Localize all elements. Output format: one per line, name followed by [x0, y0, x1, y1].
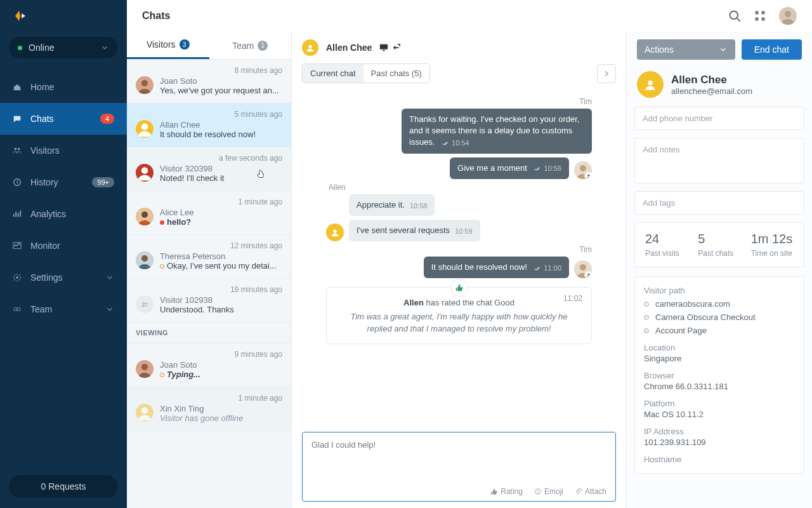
notes-input[interactable]: Add notes — [634, 138, 804, 184]
desktop-icon — [379, 43, 388, 52]
svg-point-30 — [333, 230, 336, 233]
chevron-down-icon — [719, 45, 728, 54]
profile-name: Allen Chee — [671, 74, 752, 86]
visitor-path-item[interactable]: cameraobscura.com — [644, 299, 795, 309]
apps-icon[interactable] — [754, 10, 766, 22]
page-title: Chats — [142, 10, 170, 22]
avatar — [136, 120, 154, 138]
conversation-column: Visitors 3 Team 1 8 minutes ago Joan Sot… — [127, 32, 292, 508]
status-label: Online — [29, 43, 54, 53]
svg-point-24 — [308, 45, 311, 48]
thumbs-up-icon — [450, 279, 468, 297]
rating-button[interactable]: Rating — [490, 487, 523, 496]
svg-point-35 — [537, 490, 538, 491]
analytics-icon — [13, 210, 30, 218]
svg-rect-25 — [380, 44, 388, 50]
message-bubble: It should be resolved now! 11:00 — [424, 257, 569, 278]
chevron-down-icon — [105, 305, 114, 314]
message-bubble: Give me a moment 10:56 — [450, 157, 569, 179]
details-panel: Actions End chat Allen Chee allenchee@em… — [627, 32, 812, 508]
svg-point-33 — [587, 274, 589, 276]
end-chat-button[interactable]: End chat — [742, 39, 802, 60]
next-chat-button[interactable] — [597, 64, 616, 83]
svg-point-15 — [141, 123, 148, 130]
conversation-item[interactable]: 19 minutes ago zz Visitor 102938 Underst… — [127, 279, 291, 323]
conversation-item[interactable]: 1 minute ago Xin Xin Ting Visitor has go… — [127, 387, 291, 431]
nav-settings[interactable]: Settings — [0, 262, 127, 293]
agent-avatar — [574, 161, 592, 179]
nav-team[interactable]: Team — [0, 293, 127, 325]
nav-home[interactable]: Home — [0, 71, 127, 103]
avatar — [136, 76, 154, 94]
requests-button[interactable]: 0 Requests — [9, 475, 118, 498]
rating-box: 11:02 Allen has rated the chat Good Tim … — [326, 287, 592, 344]
svg-point-34 — [535, 489, 540, 495]
chat-panel: Allen Chee Current chat Past chats (5) T… — [292, 32, 627, 508]
avatar — [136, 360, 154, 378]
conversation-item[interactable]: 8 minutes ago Joan Soto Yes, we've got y… — [127, 60, 291, 104]
nav-visitors[interactable]: Visitors — [0, 135, 127, 166]
conversation-item[interactable]: 12 minutes ago Theresa Peterson Okay, I'… — [127, 235, 291, 279]
svg-rect-11 — [762, 18, 765, 21]
svg-point-1 — [18, 148, 20, 150]
svg-point-4 — [16, 276, 18, 279]
stats-row: 24Past visits 5Past chats 1m 12sTime on … — [634, 222, 804, 267]
svg-rect-8 — [756, 11, 759, 15]
svg-point-0 — [15, 148, 17, 150]
agent-avatar — [574, 260, 592, 278]
avatar — [136, 251, 154, 269]
nav-analytics[interactable]: Analytics — [0, 198, 127, 230]
chat-icon — [13, 114, 30, 123]
message-input[interactable]: Glad I could help! — [303, 432, 615, 483]
message-composer: Glad I could help! Rating Emoji Attach — [302, 432, 616, 502]
svg-point-6 — [17, 307, 20, 311]
chats-badge: 4 — [100, 114, 114, 124]
nav-monitor[interactable]: Monitor — [0, 230, 127, 262]
section-header-viewing: VIEWING — [127, 323, 291, 344]
history-badge: 99+ — [92, 177, 114, 187]
svg-point-20 — [141, 255, 148, 262]
chevron-down-icon — [100, 43, 109, 52]
svg-point-16 — [141, 167, 148, 174]
svg-rect-10 — [756, 18, 759, 21]
subtab-past[interactable]: Past chats (5) — [363, 64, 429, 83]
svg-point-12 — [785, 11, 791, 17]
logo — [0, 0, 127, 32]
actions-dropdown[interactable]: Actions — [637, 39, 735, 60]
subtab-current[interactable]: Current chat — [303, 64, 363, 83]
profile-email: allenchee@email.com — [671, 86, 752, 96]
nav-history[interactable]: History 99+ — [0, 166, 127, 198]
avatar: zz — [136, 295, 154, 313]
tags-input[interactable]: Add tags — [634, 191, 804, 215]
tab-visitors[interactable]: Visitors 3 — [127, 32, 209, 59]
avatar — [136, 208, 154, 225]
status-dot-icon — [18, 46, 22, 50]
chat-header: Allen Chee — [292, 32, 626, 64]
visitors-icon — [13, 146, 30, 155]
message-bubble: I've sent several requests10:59 — [349, 220, 480, 241]
conversation-item[interactable]: a few seconds ago Visitor 320398 Noted! … — [127, 147, 291, 191]
svg-point-23 — [141, 407, 148, 414]
profile-avatar — [637, 71, 664, 98]
tab-team[interactable]: Team 1 — [209, 32, 292, 59]
message-bubble: Thanks for waiting. I've checked on your… — [402, 109, 592, 154]
status-selector[interactable]: Online — [9, 37, 118, 58]
visitor-path-item[interactable]: Account Page — [644, 326, 795, 335]
phone-input[interactable]: Add phone number — [634, 107, 804, 130]
attach-button[interactable]: Attach — [575, 487, 606, 496]
search-icon[interactable] — [728, 10, 741, 22]
conversation-item[interactable]: 9 minutes ago Joan Soto Typing... — [127, 344, 291, 387]
user-avatar[interactable] — [779, 7, 797, 25]
svg-point-29 — [587, 174, 589, 176]
svg-point-18 — [141, 211, 148, 218]
svg-rect-9 — [762, 11, 765, 15]
nav-chats[interactable]: Chats 4 — [0, 103, 127, 135]
visitor-avatar — [302, 39, 318, 56]
visitor-path-item[interactable]: Camera Obscura Checkout — [644, 312, 795, 322]
visitor-avatar — [326, 224, 344, 241]
conversation-item[interactable]: 5 minutes ago Allan Chee It should be re… — [127, 104, 291, 147]
svg-point-32 — [580, 264, 586, 271]
svg-point-36 — [539, 490, 540, 491]
emoji-button[interactable]: Emoji — [534, 487, 563, 496]
conversation-item[interactable]: 1 minute ago Alice Lee hello? — [127, 191, 291, 235]
